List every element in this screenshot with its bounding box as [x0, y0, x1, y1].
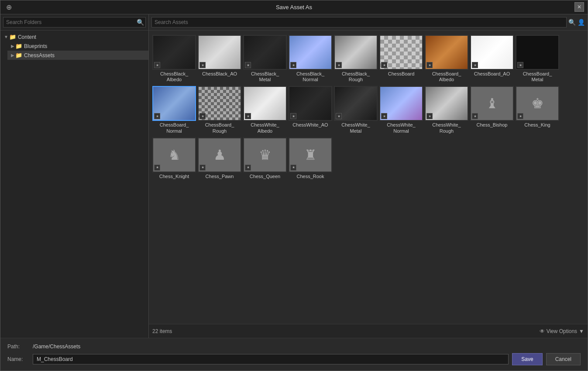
asset-chess-pawn[interactable]: ♟ ★ Chess_Pawn — [198, 137, 241, 180]
asset-label: ChessBlack_Normal — [296, 71, 324, 82]
name-label: Name: — [7, 356, 29, 362]
asset-chessblack-rough[interactable]: ★ ChessBlack_Rough — [334, 34, 378, 83]
folder-search-input[interactable] — [3, 17, 146, 27]
folder-chessassets[interactable]: ▶ 📁 ChessAssets — [7, 51, 148, 60]
folder-search-button[interactable]: 🔍 — [137, 19, 144, 26]
cancel-button[interactable]: Cancel — [546, 353, 581, 365]
asset-thumbnail: ♜ ★ — [289, 137, 332, 172]
title-bar: ⊕ Save Asset As ✕ — [0, 0, 588, 14]
asset-chessboard-albedo[interactable]: ★ ChessBoard_Albedo — [425, 34, 468, 83]
asset-star-icon: ★ — [154, 113, 160, 119]
asset-chess-bishop[interactable]: ♝ ★ Chess_Bishop — [470, 85, 514, 134]
asset-thumbnail: ♝ ★ — [470, 86, 514, 121]
asset-star-icon: ★ — [290, 113, 296, 119]
asset-thumbnail: ★ — [243, 86, 287, 121]
asset-thumbnail: ♟ ★ — [198, 137, 241, 172]
asset-chessboard-rough[interactable]: ★ ChessBoard_Rough — [198, 85, 241, 134]
asset-thumbnail: ★ — [243, 35, 287, 70]
asset-label: ChessWhite_Normal — [387, 122, 415, 134]
asset-star-icon: ★ — [199, 113, 206, 119]
asset-star-icon: ★ — [336, 113, 342, 119]
folder-tree: ▼ 📁 Content ▶ 📁 Blueprints ▶ 📁 ChessAsse… — [0, 31, 148, 338]
asset-thumbnail: ★ — [334, 86, 378, 121]
name-input[interactable] — [33, 354, 509, 364]
asset-search-bar: 🔍 👤 — [149, 14, 588, 31]
asset-chesswhite-albedo[interactable]: ★ ChessWhite_Albedo — [243, 85, 287, 134]
asset-chessblack-normal[interactable]: ★ ChessBlack_Normal — [289, 34, 332, 83]
close-button[interactable]: ✕ — [574, 2, 584, 12]
asset-star-icon: ★ — [245, 113, 251, 119]
asset-star-icon: ★ — [472, 62, 478, 68]
asset-thumbnail: ★ — [516, 35, 559, 70]
asset-label: Chess_Queen — [250, 174, 280, 179]
asset-thumbnail: ★ — [289, 35, 332, 70]
folder-content-label: Content — [18, 34, 36, 40]
main-area: 🔍 ▼ 📁 Content ▶ 📁 Blueprints ▶ 📁 Chess — [0, 14, 588, 338]
sidebar: 🔍 ▼ 📁 Content ▶ 📁 Blueprints ▶ 📁 Chess — [0, 14, 149, 338]
asset-label: ChessBoard — [388, 71, 415, 77]
asset-star-icon: ★ — [245, 62, 251, 68]
asset-thumbnail: ★ — [425, 86, 468, 121]
folder-blueprints[interactable]: ▶ 📁 Blueprints — [7, 41, 148, 51]
asset-thumbnail: ★ — [152, 35, 196, 70]
asset-star-icon: ★ — [290, 62, 296, 68]
expand-arrow-icon: ▼ — [4, 34, 8, 39]
asset-chesswhite-rough[interactable]: ★ ChessWhite_Rough — [425, 85, 468, 134]
asset-chessbblack-albedo[interactable]: ★ ChessBlack_Albedo — [152, 34, 196, 83]
asset-chessboard[interactable]: ★ ChessBoard — [379, 34, 423, 83]
item-count: 22 items — [152, 328, 172, 334]
asset-label: ChessWhite_AO — [292, 122, 328, 128]
asset-chess-knight[interactable]: ♞ ★ Chess_Knight — [152, 137, 196, 180]
folder-icon: 📁 — [15, 43, 22, 49]
save-button[interactable]: Save — [512, 353, 542, 365]
asset-star-icon: ★ — [381, 62, 387, 68]
asset-star-icon: ★ — [426, 113, 433, 119]
status-bar: 22 items 👁 View Options ▼ — [149, 324, 588, 338]
asset-star-icon: ★ — [381, 113, 387, 119]
asset-thumbnail: ★ — [379, 86, 423, 121]
asset-chess-queen[interactable]: ♛ ★ Chess_Queen — [243, 137, 287, 180]
asset-thumbnail: ★ — [198, 86, 241, 121]
asset-search-button[interactable]: 🔍 — [568, 19, 576, 26]
asset-chesswhite-normal[interactable]: ★ ChessWhite_Normal — [379, 85, 423, 134]
folder-content[interactable]: ▼ 📁 Content — [0, 32, 148, 41]
asset-star-icon: ★ — [426, 62, 433, 68]
asset-star-icon: ★ — [199, 165, 206, 171]
asset-label: ChessWhite_Albedo — [251, 122, 279, 134]
user-filter-button[interactable]: 👤 — [578, 19, 585, 26]
asset-label: ChessBoard_AO — [474, 71, 510, 77]
asset-label: Chess_Pawn — [206, 174, 234, 179]
asset-thumbnail: ★ — [425, 35, 468, 70]
expand-arrow-icon: ▶ — [11, 53, 14, 58]
asset-label: ChessBoard_Rough — [205, 122, 234, 134]
asset-chessblack-metal[interactable]: ★ ChessBlack_Metal — [243, 34, 287, 83]
asset-chessboard-ao[interactable]: ★ ChessBoard_AO — [470, 34, 514, 83]
asset-star-icon: ★ — [517, 113, 523, 119]
view-options-icon: 👁 — [540, 328, 545, 334]
folder-icon: 📁 — [9, 34, 16, 40]
asset-chess-rook[interactable]: ♜ ★ Chess_Rook — [289, 137, 332, 180]
asset-search-input[interactable] — [151, 17, 567, 27]
view-options-chevron-icon: ▼ — [579, 328, 584, 334]
content-area: 🔍 👤 ★ ChessBlack_Albedo ★ — [149, 14, 588, 338]
save-asset-dialog: ⊕ Save Asset As ✕ 🔍 ▼ 📁 Content ▶ — [0, 0, 588, 371]
path-row: Path: /Game/ChessAssets — [7, 344, 581, 350]
asset-chess-king[interactable]: ♚ ★ Chess_King — [516, 85, 559, 134]
asset-label: ChessBlack_Metal — [251, 71, 279, 82]
asset-chesswhite-metal[interactable]: ★ ChessWhite_Metal — [334, 85, 378, 134]
dialog-title: Save Asset As — [276, 4, 312, 10]
asset-label: ChessWhite_Rough — [432, 122, 461, 134]
asset-thumbnail: ★ — [470, 35, 514, 70]
asset-thumbnail: ♛ ★ — [243, 137, 287, 172]
asset-star-icon: ★ — [336, 62, 342, 68]
view-options-label: View Options — [547, 328, 577, 334]
asset-label: Chess_Bishop — [477, 122, 508, 128]
folder-chessassets-label: ChessAssets — [24, 52, 55, 58]
asset-star-icon: ★ — [199, 62, 206, 68]
asset-chessboard-metal[interactable]: ★ ChessBoard_Metal — [516, 34, 559, 83]
asset-chessboard-normal[interactable]: ★ ChessBoard_Normal — [152, 85, 196, 134]
asset-star-icon: ★ — [154, 62, 160, 68]
asset-chesswhite-ao[interactable]: ★ ChessWhite_AO — [289, 85, 332, 134]
asset-chessblack-ao[interactable]: ★ ChessBlack_AO — [198, 34, 241, 83]
view-options-button[interactable]: 👁 View Options ▼ — [540, 328, 584, 334]
